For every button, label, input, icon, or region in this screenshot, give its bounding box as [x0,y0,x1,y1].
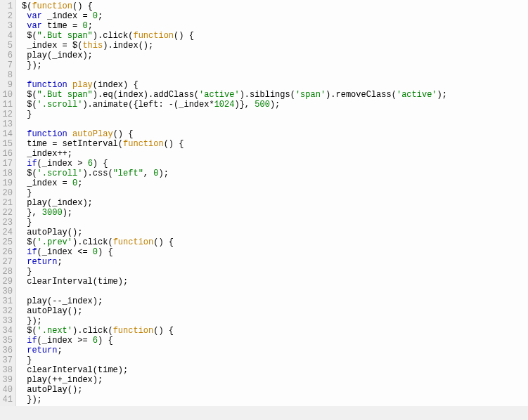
code-line: } [22,218,447,228]
token-punc: }); [22,316,42,326]
code-line: play(--_index); [22,296,447,306]
token-punc: ); [158,169,168,178]
code-line: return; [22,257,447,267]
line-number: 26 [1,247,13,257]
line-number: 15 [1,139,13,149]
code-line: } [22,110,447,119]
code-line: function autoPlay() { [22,129,447,139]
line-number: 8 [1,70,13,80]
line-number: 24 [1,228,13,237]
token-punc: ; [57,257,62,267]
line-number: 21 [1,198,13,208]
line-number: 30 [1,287,13,296]
token-punc: autoPlay(); [22,228,82,237]
token-kw: if [27,336,37,346]
code-line: autoPlay(); [22,228,447,237]
token-num: 0 [82,21,87,31]
token-punc: ).index(); [103,41,153,51]
code-line: $('.scroll').css("left", 0); [22,169,447,178]
code-area[interactable]: $(function() { var _index = 0; var time … [16,0,447,406]
token-punc: $( [22,90,37,100]
code-line: }, 3000); [22,208,447,218]
code-line: $(".But span").click(function() { [22,31,447,41]
token-num: 1024 [214,100,235,110]
token-kw: function [27,80,67,90]
line-number: 14 [1,129,13,139]
token-punc: }); [22,395,42,405]
token-kw: if [27,247,37,257]
line-number: 6 [1,51,13,60]
code-line: $(function() { [22,1,447,11]
token-punc: autoPlay(); [22,385,82,395]
code-line: if(_index > 6) { [22,159,447,169]
line-number: 29 [1,277,13,287]
token-punc: () { [153,326,174,336]
token-str: '.scroll' [37,100,83,110]
line-number-gutter: 1234567891011121314151617181920212223242… [0,0,16,406]
code-line: function play(index) { [22,80,447,90]
code-line: }); [22,316,447,326]
code-line: } [22,267,447,277]
code-line [22,287,447,296]
token-punc: ); [270,100,280,110]
token-punc: ).eq(index).addClass( [93,90,199,100]
token-punc: }, [22,208,42,218]
line-number: 40 [1,385,13,395]
token-punc: ; [57,346,62,355]
line-number: 17 [1,159,13,169]
token-num: 0 [93,247,98,257]
token-punc: ).animate({left: -(_index* [82,100,214,110]
code-line: $(".But span").eq(index).addClass('activ… [22,90,447,100]
token-fn: function [123,139,164,149]
token-punc: (index) { [93,80,139,90]
code-line: if(_index >= 6) { [22,336,447,346]
token-punc: _index = $( [22,41,82,51]
code-line: $('.scroll').animate({left: -(_index*102… [22,100,447,110]
token-str: 'active' [397,90,437,100]
token-punc: ); [437,90,447,100]
token-punc: ; [98,11,103,21]
token-punc: () { [153,237,174,247]
token-punc: _index = [22,178,72,188]
token-punc: ; [77,178,82,188]
code-line: var time = 0; [22,21,447,31]
token-num: 6 [88,159,93,169]
token-str: 'span' [295,90,326,100]
token-punc: ) { [98,247,113,257]
code-line: time = setInterval(function() { [22,139,447,149]
token-str: 'active' [199,90,240,100]
token-str: '.prev' [37,237,72,247]
token-punc: (_index <= [37,247,93,257]
token-punc: } [22,188,32,198]
code-line: } [22,355,447,365]
line-number: 16 [1,149,13,159]
line-number: 10 [1,90,13,100]
token-punc: () { [113,129,134,139]
token-fn: function [133,31,174,41]
line-number: 36 [1,346,13,355]
line-number: 13 [1,119,13,129]
token-punc: play(++_index); [22,375,103,385]
token-punc: autoPlay(); [22,306,82,316]
line-number: 1 [1,1,13,11]
token-punc: ) { [93,159,108,169]
token-punc: ; [88,21,93,31]
token-punc: } [22,267,32,277]
token-punc [67,129,72,139]
code-line: play(_index); [22,51,447,60]
token-punc: } [22,218,32,228]
token-fn: function [113,326,154,336]
token-punc: time = setInterval( [22,139,123,149]
line-number: 5 [1,41,13,51]
token-punc: $( [22,1,32,11]
line-number: 32 [1,306,13,316]
token-punc: } [22,355,32,365]
token-punc: (_index > [37,159,88,169]
code-line: _index = $(this).index(); [22,41,447,51]
code-line: }); [22,395,447,405]
token-punc: )}, [234,100,255,110]
token-num: 500 [255,100,270,110]
token-fn: function [32,1,72,11]
token-punc: play(--_index); [22,296,103,306]
line-number: 35 [1,336,13,346]
